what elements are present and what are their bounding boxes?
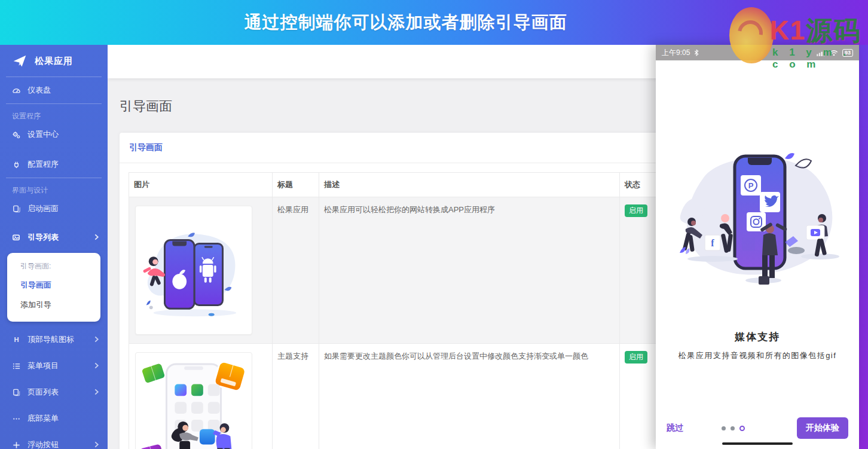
- sidebar-item-guide-list[interactable]: 引导列表: [0, 224, 108, 251]
- column-header-description: 描述: [319, 173, 620, 197]
- submenu-heading: 引导画面:: [7, 260, 100, 275]
- column-header-title: 标题: [273, 173, 319, 197]
- plus-icon: [12, 441, 21, 449]
- home-indicator: [722, 442, 793, 445]
- sidebar-item-floating-button[interactable]: 浮动按钮: [0, 432, 108, 449]
- status-time: 上午9:05: [662, 48, 690, 58]
- dot[interactable]: [722, 426, 726, 430]
- dot-active[interactable]: [739, 426, 745, 431]
- slide-description: 松果应用支持音视频和所有的图像包括gif: [656, 350, 859, 361]
- sidebar-item-page-list[interactable]: 页面列表: [0, 379, 108, 405]
- sidebar-item-label: 底部菜单: [27, 413, 59, 424]
- sidebar-item-label: 配置程序: [27, 159, 59, 170]
- sidebar-item-label: 浮动按钮: [27, 439, 59, 449]
- media-support-illustration: P f: [668, 142, 847, 307]
- image-cell: [129, 197, 273, 344]
- sidebar-section-setup: 设置程序: [0, 104, 108, 121]
- guide-image-app-phones[interactable]: [135, 206, 252, 335]
- phone-preview: 上午9:05 93: [656, 45, 859, 449]
- images-icon: [12, 233, 21, 242]
- plug-icon: [12, 160, 21, 169]
- pages-icon: [12, 388, 21, 397]
- sidebar-item-label: 仪表盘: [27, 85, 51, 96]
- heading-icon: H: [12, 335, 21, 344]
- signal-icon: [817, 48, 826, 57]
- bluetooth-icon: [693, 48, 699, 57]
- wifi-icon: [830, 48, 839, 57]
- sidebar-item-label: 引导列表: [27, 232, 59, 243]
- app-root: 通过控制端你可以添加或者删除引导画面 K1源码 k 1 y m . c o m …: [0, 0, 868, 449]
- layers-icon: [12, 204, 21, 213]
- start-experience-button[interactable]: 开始体验: [797, 417, 848, 439]
- guide-title-cell: 主题支持: [273, 344, 319, 449]
- guide-description-cell: 如果需要更改主题颜色你可以从管理后台设置中修改颜色支持渐变或单一颜色: [319, 344, 620, 449]
- sidebar-item-configure[interactable]: 配置程序: [0, 151, 108, 178]
- sidebar: 松果应用 仪表盘 设置程序 设置中心 配置程序 界面与设计: [0, 45, 108, 449]
- sidebar-item-top-nav-icons[interactable]: H 顶部导航图标: [0, 326, 108, 353]
- guide-title-cell: 松果应用: [273, 197, 319, 344]
- sidebar-item-bottom-menu[interactable]: 底部菜单: [0, 405, 108, 432]
- sidebar-item-label: 菜单项目: [27, 361, 59, 371]
- phone-status-bar: 上午9:05 93: [656, 45, 859, 60]
- brand-label: 松果应用: [35, 56, 73, 67]
- sidebar-item-label: 页面列表: [27, 387, 59, 398]
- svg-text:P: P: [748, 181, 754, 190]
- chevron-right-icon: [94, 233, 99, 242]
- status-badge: 启用: [625, 204, 647, 217]
- guide-submenu: 引导画面: 引导画面 添加引导: [7, 253, 100, 322]
- submenu-item-guide-screen[interactable]: 引导画面: [7, 275, 100, 295]
- slide-title: 媒体支持: [656, 330, 859, 344]
- column-header-image: 图片: [129, 173, 273, 197]
- submenu-item-add-guide[interactable]: 添加引导: [7, 295, 100, 314]
- battery-icon: 93: [842, 49, 853, 57]
- top-banner: 通过控制端你可以添加或者删除引导画面: [0, 0, 868, 45]
- chevron-right-icon: [94, 441, 99, 449]
- onboarding-controls: 跳过 开始体验: [656, 417, 859, 439]
- sidebar-item-label: 设置中心: [27, 129, 59, 140]
- pagination-dots: [722, 426, 745, 431]
- list-icon: [12, 362, 21, 371]
- sidebar-item-splash[interactable]: 启动画面: [0, 196, 108, 222]
- brand: 松果应用: [0, 45, 108, 77]
- sidebar-item-settings-center[interactable]: 设置中心: [0, 121, 108, 148]
- gears-icon: [12, 130, 21, 139]
- chevron-right-icon: [94, 388, 99, 397]
- skip-button[interactable]: 跳过: [667, 423, 683, 433]
- paper-plane-icon: [12, 53, 27, 69]
- image-cell: [129, 344, 273, 449]
- sidebar-item-label: 启动画面: [27, 203, 59, 214]
- sidebar-item-menu-items[interactable]: 菜单项目: [0, 353, 108, 379]
- status-badge: 启用: [625, 351, 647, 364]
- dot[interactable]: [731, 426, 735, 430]
- sidebar-section-design: 界面与设计: [0, 178, 108, 196]
- background-strip: [859, 45, 868, 449]
- banner-title: 通过控制端你可以添加或者删除引导画面: [244, 11, 624, 35]
- ellipsis-icon: [12, 414, 21, 423]
- guide-description-cell: 松果应用可以轻松把你的网站转换成APP应用程序: [319, 197, 620, 344]
- chevron-right-icon: [94, 362, 99, 371]
- svg-text:f: f: [711, 238, 714, 248]
- sidebar-item-label: 顶部导航图标: [27, 334, 74, 345]
- gauge-icon: [12, 86, 21, 95]
- guide-image-theme-colors[interactable]: [135, 352, 252, 449]
- svg-text:H: H: [14, 336, 19, 343]
- sidebar-item-dashboard[interactable]: 仪表盘: [0, 77, 108, 103]
- chevron-right-icon: [94, 335, 99, 344]
